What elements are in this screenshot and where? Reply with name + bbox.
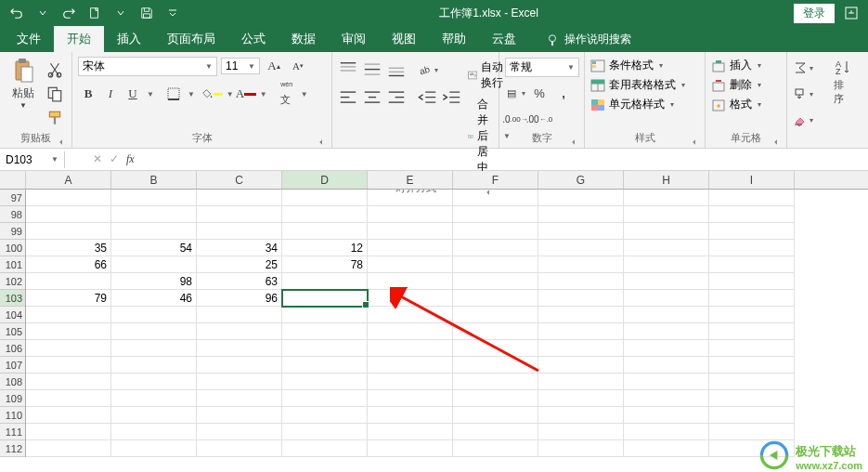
cell-C100[interactable]: 34 — [197, 240, 282, 256]
row-header-100[interactable]: 100 — [0, 240, 25, 256]
cell-G102[interactable] — [538, 273, 624, 290]
cell-A105[interactable] — [26, 323, 111, 340]
cell-B102[interactable]: 98 — [111, 273, 197, 290]
cell-C97[interactable] — [197, 190, 282, 206]
format-as-table-button[interactable]: 套用表格格式▾ — [590, 77, 699, 93]
cell-E108[interactable] — [368, 374, 453, 390]
cell-H109[interactable] — [624, 390, 709, 407]
cell-G105[interactable] — [538, 323, 624, 340]
bold-button[interactable]: B — [78, 84, 98, 104]
cell-C101[interactable]: 25 — [197, 256, 282, 273]
cell-F107[interactable] — [453, 357, 538, 374]
row-header-103[interactable]: 103 — [0, 290, 25, 307]
orientation-button[interactable]: ab▾ — [418, 59, 438, 80]
format-painter-button[interactable] — [45, 108, 65, 128]
cell-G104[interactable] — [538, 307, 624, 323]
cell-A104[interactable] — [26, 307, 111, 323]
cell-B105[interactable] — [111, 323, 197, 340]
row-header-109[interactable]: 109 — [0, 390, 25, 407]
new-button[interactable] — [84, 2, 106, 24]
cell-D100[interactable]: 12 — [282, 240, 368, 256]
cell-A110[interactable] — [26, 407, 111, 424]
row-header-107[interactable]: 107 — [0, 357, 25, 374]
cell-I99[interactable] — [709, 223, 795, 240]
cell-I98[interactable] — [709, 206, 795, 223]
cell-G103[interactable] — [538, 290, 624, 307]
cell-G99[interactable] — [538, 223, 624, 240]
cell-I101[interactable] — [709, 256, 795, 273]
cell-D111[interactable] — [282, 424, 368, 440]
cell-E112[interactable] — [368, 440, 453, 457]
number-format-selector[interactable]: 常规▼ — [505, 58, 579, 77]
cell-D102[interactable] — [282, 273, 368, 290]
cell-D103[interactable] — [282, 290, 368, 307]
row-header-105[interactable]: 105 — [0, 323, 25, 340]
cell-F97[interactable] — [453, 190, 538, 206]
cell-H97[interactable] — [624, 190, 709, 206]
row-header-99[interactable]: 99 — [0, 223, 25, 240]
cell-B97[interactable] — [111, 190, 197, 206]
cell-G97[interactable] — [538, 190, 624, 206]
cell-D101[interactable]: 78 — [282, 256, 368, 273]
cell-D112[interactable] — [282, 440, 368, 457]
cell-D109[interactable] — [282, 390, 368, 407]
cell-H98[interactable] — [624, 206, 709, 223]
cell-I109[interactable] — [709, 390, 795, 407]
align-bottom-button[interactable] — [386, 59, 407, 80]
cell-D107[interactable] — [282, 357, 368, 374]
cell-B108[interactable] — [111, 374, 197, 390]
col-header-C[interactable]: C — [197, 171, 282, 189]
cell-B101[interactable] — [111, 256, 197, 273]
cell-C110[interactable] — [197, 407, 282, 424]
decrease-decimal-button[interactable]: .00←.0 — [529, 109, 550, 129]
cell-G106[interactable] — [538, 340, 624, 357]
cell-B109[interactable] — [111, 390, 197, 407]
align-middle-button[interactable] — [362, 59, 382, 80]
font-color-button[interactable]: A — [236, 84, 256, 104]
cell-G109[interactable] — [538, 390, 624, 407]
accounting-format-button[interactable]: ▤▾ — [505, 83, 525, 103]
cut-button[interactable] — [45, 59, 65, 80]
col-header-D[interactable]: D — [282, 171, 368, 189]
row-header-111[interactable]: 111 — [0, 424, 25, 440]
cell-F103[interactable] — [453, 290, 538, 307]
cell-F104[interactable] — [453, 307, 538, 323]
cell-G112[interactable] — [538, 440, 624, 457]
increase-font-button[interactable]: A▴ — [264, 56, 284, 76]
new-dropdown[interactable] — [110, 2, 132, 24]
underline-dropdown[interactable]: ▼ — [147, 90, 154, 98]
cell-F105[interactable] — [453, 323, 538, 340]
undo-button[interactable] — [6, 2, 28, 24]
col-header-H[interactable]: H — [624, 171, 709, 189]
cell-D97[interactable] — [282, 190, 368, 206]
cell-E98[interactable] — [368, 206, 453, 223]
autosum-button[interactable]: ▾ — [793, 58, 813, 78]
cell-E110[interactable] — [368, 407, 453, 424]
cell-I97[interactable] — [709, 190, 795, 206]
cell-F98[interactable] — [453, 206, 538, 223]
cell-E100[interactable] — [368, 240, 453, 256]
cell-H108[interactable] — [624, 374, 709, 390]
cell-F108[interactable] — [453, 374, 538, 390]
cell-I107[interactable] — [709, 357, 795, 374]
cell-A101[interactable]: 66 — [26, 256, 111, 273]
cell-G100[interactable] — [538, 240, 624, 256]
tab-home[interactable]: 开始 — [54, 26, 104, 52]
increase-decimal-button[interactable]: .0.00→ — [505, 109, 525, 129]
enter-formula-button[interactable]: ✓ — [110, 152, 119, 166]
comma-button[interactable]: , — [553, 83, 574, 103]
cell-I104[interactable] — [709, 307, 795, 323]
cell-A111[interactable] — [26, 424, 111, 440]
cell-B106[interactable] — [111, 340, 197, 357]
fill-dropdown[interactable]: ▼ — [227, 90, 234, 98]
tab-help[interactable]: 帮助 — [429, 26, 479, 52]
cell-C103[interactable]: 96 — [197, 290, 282, 307]
cell-F111[interactable] — [453, 424, 538, 440]
cell-E111[interactable] — [368, 424, 453, 440]
cell-H103[interactable] — [624, 290, 709, 307]
borders-dropdown[interactable]: ▼ — [188, 90, 195, 98]
delete-cells-button[interactable]: 删除▾ — [711, 77, 781, 93]
cell-A108[interactable] — [26, 374, 111, 390]
cell-B103[interactable]: 46 — [111, 290, 197, 307]
cell-H106[interactable] — [624, 340, 709, 357]
